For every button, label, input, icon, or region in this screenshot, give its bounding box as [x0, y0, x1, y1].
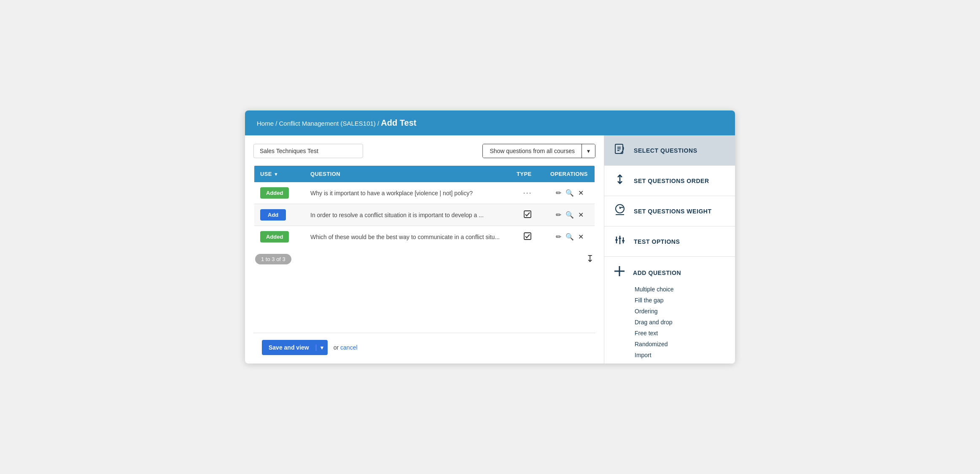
right-panel: SELECT QUESTIONS SET QUESTIONS ORDER [604, 135, 735, 364]
checkbox-icon [523, 235, 532, 242]
course-filter-arrow-icon: ▾ [582, 144, 595, 158]
sidebar-item-select-questions[interactable]: SELECT QUESTIONS [604, 135, 735, 166]
col-header-type: TYPE [511, 165, 544, 182]
save-and-view-button[interactable]: Save and view ▾ [262, 340, 328, 355]
table-row: AddedWhy is it important to have a workp… [254, 182, 595, 204]
remove-icon[interactable]: ✕ [578, 233, 584, 241]
remove-icon[interactable]: ✕ [578, 211, 584, 219]
add-question-header: ADD QUESTION [613, 264, 727, 281]
type-cell [511, 204, 544, 226]
add-question-section: ADD QUESTION Multiple choiceFill the gap… [604, 257, 735, 364]
search-icon[interactable]: 🔍 [565, 233, 574, 241]
operations-cell: ✏🔍✕ [544, 226, 595, 248]
pagination-row: 1 to 3 of 3 ↧ [253, 248, 595, 269]
table-row: AddIn order to resolve a conflict situat… [254, 204, 595, 226]
breadcrumb-page: Add Test [381, 118, 416, 127]
main-layout: Show questions from all courses ▾ USE ▼ … [245, 135, 735, 364]
set-questions-order-label: SET QUESTIONS ORDER [634, 178, 709, 184]
edit-icon[interactable]: ✏ [556, 233, 561, 241]
edit-icon[interactable]: ✏ [556, 189, 561, 197]
breadcrumb-home[interactable]: Home [257, 120, 274, 127]
operations-cell: ✏🔍✕ [544, 204, 595, 226]
pagination-badge: 1 to 3 of 3 [255, 254, 291, 264]
add-question-item[interactable]: Drag and drop [635, 318, 727, 326]
left-panel: Show questions from all courses ▾ USE ▼ … [245, 135, 604, 364]
or-text: or cancel [334, 344, 358, 351]
add-question-item[interactable]: Ordering [635, 307, 727, 315]
col-header-operations: OPERATIONS [544, 165, 595, 182]
table-row: AddedWhich of these would be the best wa… [254, 226, 595, 248]
sidebar-item-test-options[interactable]: TEST OPTIONS [604, 226, 735, 257]
set-questions-weight-label: SET QUESTIONS WEIGHT [634, 208, 712, 215]
edit-icon[interactable]: ✏ [556, 211, 561, 219]
col-header-question: QUESTION [304, 165, 511, 182]
breadcrumb-course-code: (SALES101) [340, 120, 375, 127]
breadcrumb-sep2: / [376, 120, 381, 127]
search-icon[interactable]: 🔍 [565, 189, 574, 197]
search-icon[interactable]: 🔍 [565, 211, 574, 219]
question-cell: In order to resolve a conflict situation… [304, 204, 511, 226]
course-filter-label: Show questions from all courses [483, 144, 582, 158]
test-options-label: TEST OPTIONS [634, 238, 680, 245]
use-cell: Add [254, 204, 304, 226]
sidebar-item-set-questions-weight[interactable]: SET QUESTIONS WEIGHT [604, 196, 735, 226]
question-cell: Why is it important to have a workplace … [304, 182, 511, 204]
type-cell [511, 226, 544, 248]
type-cell: ··· [511, 182, 544, 204]
download-icon[interactable]: ↧ [586, 253, 594, 264]
svg-rect-0 [524, 211, 531, 218]
header: Home / Conflict Management (SALES101) / … [245, 110, 735, 135]
add-question-item[interactable]: Randomized [635, 340, 727, 348]
course-filter-dropdown[interactable]: Show questions from all courses ▾ [482, 144, 595, 158]
remove-icon[interactable]: ✕ [578, 189, 584, 197]
footer: Save and view ▾ or cancel [253, 333, 595, 364]
cancel-link[interactable]: cancel [340, 344, 357, 351]
breadcrumb-sep1: / [274, 120, 279, 127]
main-window: Home / Conflict Management (SALES101) / … [245, 110, 735, 364]
add-question-icon [613, 264, 626, 281]
select-questions-icon [613, 143, 627, 158]
use-cell: Added [254, 226, 304, 248]
add-question-item[interactable]: Fill the gap [635, 296, 727, 304]
add-question-item[interactable]: Free text [635, 329, 727, 337]
ellipsis-icon: ··· [523, 189, 532, 197]
added-button[interactable]: Added [260, 231, 289, 242]
test-options-icon [613, 234, 627, 249]
checkbox-icon [523, 213, 532, 220]
select-questions-label: SELECT QUESTIONS [634, 147, 697, 154]
save-and-view-label: Save and view [262, 344, 316, 351]
question-cell: Which of these would be the best way to … [304, 226, 511, 248]
svg-rect-1 [524, 233, 531, 240]
add-button[interactable]: Add [260, 209, 286, 221]
added-button[interactable]: Added [260, 187, 289, 199]
add-question-item[interactable]: Multiple choice [635, 285, 727, 294]
breadcrumb-course[interactable]: Conflict Management [279, 120, 339, 127]
use-cell: Added [254, 182, 304, 204]
set-order-icon [613, 173, 627, 188]
add-question-item[interactable]: Import [635, 351, 727, 359]
sidebar-item-set-questions-order[interactable]: SET QUESTIONS ORDER [604, 166, 735, 196]
test-name-input[interactable] [253, 144, 363, 158]
add-question-items: Multiple choiceFill the gapOrderingDrag … [613, 285, 727, 359]
set-weight-icon [613, 204, 627, 218]
operations-cell: ✏🔍✕ [544, 182, 595, 204]
add-question-label: ADD QUESTION [633, 269, 681, 276]
top-bar: Show questions from all courses ▾ [253, 144, 595, 158]
questions-table: USE ▼ QUESTION TYPE OPERATIONS AddedWhy … [253, 165, 595, 248]
breadcrumb: Home / Conflict Management (SALES101) / … [257, 118, 416, 128]
col-header-use[interactable]: USE ▼ [254, 165, 304, 182]
save-and-view-arrow-icon[interactable]: ▾ [316, 345, 328, 351]
